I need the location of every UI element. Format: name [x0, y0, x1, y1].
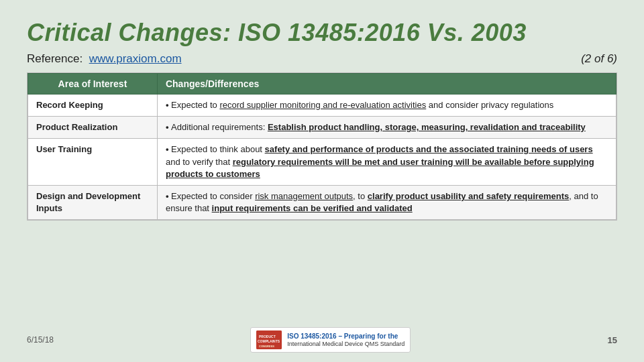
area-cell-user-training: User Training: [28, 139, 158, 186]
table-row: Record Keeping Expected to record suppli…: [28, 95, 616, 117]
badge-svg: PRODUCT COMPLAINTS CONGRESS: [256, 330, 282, 349]
underline-text: regulatory requirements will be met and …: [166, 157, 594, 179]
list-item: Expected to consider risk management out…: [166, 190, 608, 215]
slide-title: Critical Changes: ISO 13485:2016 Vs. 200…: [27, 19, 617, 47]
footer-page-number: 15: [608, 335, 617, 345]
svg-text:COMPLAINTS: COMPLAINTS: [258, 339, 280, 343]
list-item: Expected to think about safety and perfo…: [166, 143, 608, 180]
table-row: Design and Development Inputs Expected t…: [28, 185, 616, 219]
svg-text:PRODUCT: PRODUCT: [259, 335, 276, 339]
badge-title-line1: ISO 13485:2016 – Preparing for the: [287, 332, 405, 341]
main-table: Area of Interest Changes/Differences Rec…: [28, 73, 616, 220]
table-header-row: Area of Interest Changes/Differences: [28, 74, 616, 95]
badge-text: ISO 13485:2016 – Preparing for the Inter…: [287, 332, 405, 349]
main-table-container: Area of Interest Changes/Differences Rec…: [27, 72, 617, 221]
underline-text: clarify product usability and safety req…: [368, 191, 570, 201]
reference-label: Reference:: [27, 52, 83, 65]
changes-cell-product-realization: Additional requirements: Establish produ…: [157, 117, 616, 139]
badge-icon: PRODUCT COMPLAINTS CONGRESS: [256, 330, 282, 349]
page-number: (2 of 6): [581, 52, 617, 66]
underline-text: input requirements can be verified and v…: [212, 203, 413, 213]
changes-cell-record-keeping: Expected to record supplier monitoring a…: [157, 95, 616, 117]
footer-badge: PRODUCT COMPLAINTS CONGRESS ISO 13485:20…: [250, 327, 411, 353]
col-header-area: Area of Interest: [28, 74, 158, 95]
area-cell-product-realization: Product Realization: [28, 117, 158, 139]
table-row: User Training Expected to think about sa…: [28, 139, 616, 186]
reference-link[interactable]: www.praxiom.com: [89, 52, 182, 65]
changes-cell-design-dev: Expected to consider risk management out…: [157, 185, 616, 219]
footer: 6/15/18 PRODUCT COMPLAINTS CONGRESS ISO …: [27, 327, 617, 353]
slide-container: Critical Changes: ISO 13485:2016 Vs. 200…: [0, 0, 644, 362]
reference-text: Reference: www.praxiom.com: [27, 52, 182, 66]
underline-text: Establish product handling, storage, mea…: [268, 122, 586, 132]
footer-date: 6/15/18: [27, 335, 54, 345]
list-item: Additional requirements: Establish produ…: [166, 121, 608, 133]
reference-row: Reference: www.praxiom.com (2 of 6): [27, 52, 617, 66]
area-cell-record-keeping: Record Keeping: [28, 95, 158, 117]
changes-cell-user-training: Expected to think about safety and perfo…: [157, 139, 616, 186]
badge-title-line2: International Medical Device QMS Standar…: [287, 341, 405, 349]
table-row: Product Realization Additional requireme…: [28, 117, 616, 139]
underline-text: risk management outputs: [255, 191, 353, 201]
list-item: Expected to record supplier monitoring a…: [166, 99, 608, 111]
underline-text: record supplier monitoring and re-evalua…: [219, 100, 426, 110]
svg-text:CONGRESS: CONGRESS: [259, 345, 274, 348]
area-cell-design-dev: Design and Development Inputs: [28, 185, 158, 219]
col-header-changes: Changes/Differences: [157, 74, 616, 95]
underline-text: safety and performance of products and t…: [265, 144, 593, 154]
